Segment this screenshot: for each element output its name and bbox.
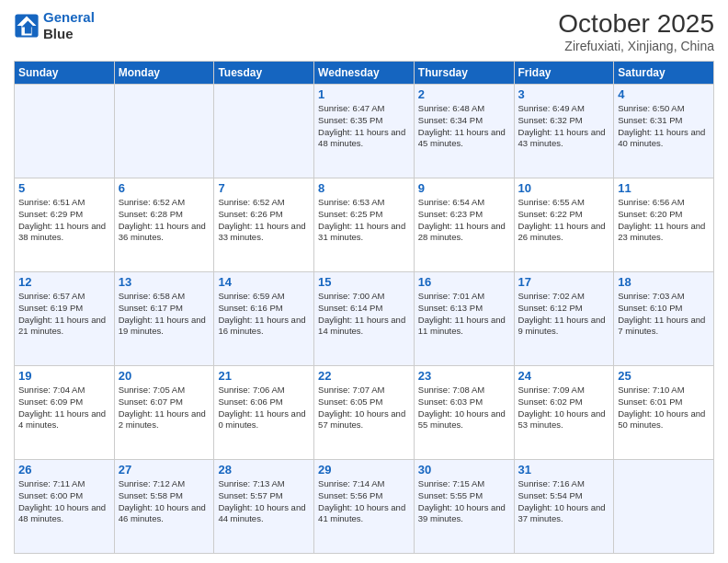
page: General Blue October 2025 Zirefuxiati, X… [0,0,728,563]
calendar-cell: 16Sunrise: 7:01 AM Sunset: 6:13 PM Dayli… [414,272,514,366]
calendar-cell: 4Sunrise: 6:50 AM Sunset: 6:31 PM Daylig… [614,85,714,178]
cell-info: Sunrise: 6:53 AM Sunset: 6:25 PM Dayligh… [318,197,405,242]
calendar-cell: 14Sunrise: 6:59 AM Sunset: 6:16 PM Dayli… [214,272,314,366]
logo-line1: General [43,9,95,25]
col-sunday: Sunday [15,62,115,85]
cell-info: Sunrise: 7:05 AM Sunset: 6:07 PM Dayligh… [119,385,206,430]
calendar-cell: 28Sunrise: 7:13 AM Sunset: 5:57 PM Dayli… [214,460,314,554]
logo: General Blue [14,9,95,42]
week-row-5: 26Sunrise: 7:11 AM Sunset: 6:00 PM Dayli… [15,460,714,554]
title-block: October 2025 Zirefuxiati, Xinjiang, Chin… [558,9,714,53]
header-row: Sunday Monday Tuesday Wednesday Thursday… [15,62,714,85]
day-number: 21 [218,369,310,383]
calendar-cell: 12Sunrise: 6:57 AM Sunset: 6:19 PM Dayli… [15,272,115,366]
cell-info: Sunrise: 6:54 AM Sunset: 6:23 PM Dayligh… [418,197,506,242]
cell-info: Sunrise: 7:02 AM Sunset: 6:12 PM Dayligh… [518,291,606,336]
cell-info: Sunrise: 7:15 AM Sunset: 5:55 PM Dayligh… [418,478,506,523]
calendar-cell [214,85,314,178]
calendar-table: Sunday Monday Tuesday Wednesday Thursday… [14,61,714,554]
logo-icon [14,13,40,39]
month-title: October 2025 [558,9,714,39]
day-number: 25 [618,369,710,383]
week-row-2: 5Sunrise: 6:51 AM Sunset: 6:29 PM Daylig… [15,178,714,272]
day-number: 15 [318,275,410,289]
cell-info: Sunrise: 6:47 AM Sunset: 6:35 PM Dayligh… [318,103,405,148]
day-number: 9 [418,181,510,195]
calendar-cell: 5Sunrise: 6:51 AM Sunset: 6:29 PM Daylig… [15,178,115,272]
calendar-cell: 25Sunrise: 7:10 AM Sunset: 6:01 PM Dayli… [614,366,714,460]
cell-info: Sunrise: 6:59 AM Sunset: 6:16 PM Dayligh… [218,291,305,336]
col-wednesday: Wednesday [314,62,415,85]
day-number: 11 [618,181,710,195]
calendar-cell: 24Sunrise: 7:09 AM Sunset: 6:02 PM Dayli… [514,366,614,460]
cell-info: Sunrise: 6:50 AM Sunset: 6:31 PM Dayligh… [618,103,705,148]
calendar-cell: 13Sunrise: 6:58 AM Sunset: 6:17 PM Dayli… [114,272,214,366]
calendar-cell: 1Sunrise: 6:47 AM Sunset: 6:35 PM Daylig… [314,85,415,178]
calendar-cell: 3Sunrise: 6:49 AM Sunset: 6:32 PM Daylig… [514,85,614,178]
calendar-cell: 26Sunrise: 7:11 AM Sunset: 6:00 PM Dayli… [15,460,115,554]
calendar-cell: 15Sunrise: 7:00 AM Sunset: 6:14 PM Dayli… [314,272,415,366]
cell-info: Sunrise: 6:58 AM Sunset: 6:17 PM Dayligh… [119,291,206,336]
day-number: 31 [518,463,610,477]
col-thursday: Thursday [414,62,514,85]
calendar-cell: 21Sunrise: 7:06 AM Sunset: 6:06 PM Dayli… [214,366,314,460]
day-number: 27 [119,463,210,477]
calendar-cell: 7Sunrise: 6:52 AM Sunset: 6:26 PM Daylig… [214,178,314,272]
col-friday: Friday [514,62,614,85]
day-number: 20 [119,369,210,383]
calendar-cell: 29Sunrise: 7:14 AM Sunset: 5:56 PM Dayli… [314,460,415,554]
cell-info: Sunrise: 6:49 AM Sunset: 6:32 PM Dayligh… [518,103,606,148]
cell-info: Sunrise: 7:07 AM Sunset: 6:05 PM Dayligh… [318,385,405,430]
cell-info: Sunrise: 6:55 AM Sunset: 6:22 PM Dayligh… [518,197,606,242]
calendar-cell: 2Sunrise: 6:48 AM Sunset: 6:34 PM Daylig… [414,85,514,178]
day-number: 23 [418,369,510,383]
day-number: 3 [518,87,610,101]
week-row-1: 1Sunrise: 6:47 AM Sunset: 6:35 PM Daylig… [15,85,714,178]
logo-text: General Blue [43,9,95,42]
cell-info: Sunrise: 7:01 AM Sunset: 6:13 PM Dayligh… [418,291,506,336]
calendar-cell [114,85,214,178]
calendar-cell: 23Sunrise: 7:08 AM Sunset: 6:03 PM Dayli… [414,366,514,460]
cell-info: Sunrise: 7:14 AM Sunset: 5:56 PM Dayligh… [318,478,405,523]
calendar-cell: 11Sunrise: 6:56 AM Sunset: 6:20 PM Dayli… [614,178,714,272]
col-tuesday: Tuesday [214,62,314,85]
col-saturday: Saturday [614,62,714,85]
calendar-cell: 10Sunrise: 6:55 AM Sunset: 6:22 PM Dayli… [514,178,614,272]
cell-info: Sunrise: 7:12 AM Sunset: 5:58 PM Dayligh… [119,478,206,523]
calendar-cell: 9Sunrise: 6:54 AM Sunset: 6:23 PM Daylig… [414,178,514,272]
calendar-cell: 27Sunrise: 7:12 AM Sunset: 5:58 PM Dayli… [114,460,214,554]
cell-info: Sunrise: 7:00 AM Sunset: 6:14 PM Dayligh… [318,291,405,336]
day-number: 14 [218,275,310,289]
calendar-cell: 22Sunrise: 7:07 AM Sunset: 6:05 PM Dayli… [314,366,415,460]
cell-info: Sunrise: 7:06 AM Sunset: 6:06 PM Dayligh… [218,385,305,430]
day-number: 22 [318,369,410,383]
day-number: 6 [119,181,210,195]
calendar-cell: 19Sunrise: 7:04 AM Sunset: 6:09 PM Dayli… [15,366,115,460]
day-number: 4 [618,87,710,101]
calendar-cell: 6Sunrise: 6:52 AM Sunset: 6:28 PM Daylig… [114,178,214,272]
day-number: 19 [18,369,110,383]
week-row-3: 12Sunrise: 6:57 AM Sunset: 6:19 PM Dayli… [15,272,714,366]
logo-line2: Blue [43,26,74,41]
calendar-cell: 8Sunrise: 6:53 AM Sunset: 6:25 PM Daylig… [314,178,415,272]
day-number: 24 [518,369,610,383]
week-row-4: 19Sunrise: 7:04 AM Sunset: 6:09 PM Dayli… [15,366,714,460]
header: General Blue October 2025 Zirefuxiati, X… [14,9,714,53]
day-number: 2 [418,87,510,101]
day-number: 29 [318,463,410,477]
day-number: 18 [618,275,710,289]
day-number: 28 [218,463,310,477]
day-number: 1 [318,87,410,101]
day-number: 17 [518,275,610,289]
day-number: 16 [418,275,510,289]
cell-info: Sunrise: 7:13 AM Sunset: 5:57 PM Dayligh… [218,478,305,523]
calendar-cell [15,85,115,178]
cell-info: Sunrise: 7:16 AM Sunset: 5:54 PM Dayligh… [518,478,606,523]
cell-info: Sunrise: 6:52 AM Sunset: 6:28 PM Dayligh… [119,197,206,242]
day-number: 30 [418,463,510,477]
location: Zirefuxiati, Xinjiang, China [558,39,714,53]
cell-info: Sunrise: 7:11 AM Sunset: 6:00 PM Dayligh… [18,478,106,523]
cell-info: Sunrise: 7:03 AM Sunset: 6:10 PM Dayligh… [618,291,705,336]
calendar-cell: 17Sunrise: 7:02 AM Sunset: 6:12 PM Dayli… [514,272,614,366]
cell-info: Sunrise: 6:56 AM Sunset: 6:20 PM Dayligh… [618,197,705,242]
